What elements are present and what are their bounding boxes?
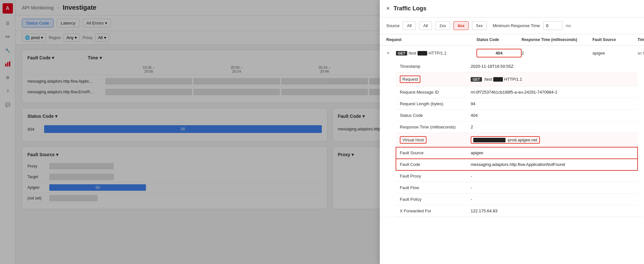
detail-value-fault-proxy: -: [467, 170, 638, 182]
traffic-logs-panel: × Traffic Logs Source All All 2xx 4xx 5x…: [380, 0, 644, 264]
detail-row-timestamp: Timestamp 2020-11-18T16:50:55Z: [396, 61, 638, 72]
col-time: Time ▼: [638, 37, 644, 42]
response-time-cell: 2: [522, 51, 592, 56]
fault-source-cell: apigee: [592, 51, 638, 56]
panel-filters: Source All All 2xx 4xx 5xx Minimum Respo…: [380, 17, 644, 34]
source-all-button-2[interactable]: All: [419, 21, 432, 30]
time-cell: an hour ago: [638, 51, 644, 56]
detail-label-x-forwarded: X Forwarded For: [396, 205, 467, 217]
close-button[interactable]: ×: [386, 5, 390, 12]
detail-label-timestamp: Timestamp: [396, 61, 467, 72]
detail-row-request: Request GET /test HTTP/1.1: [396, 72, 638, 86]
detail-label-message-id: Request Message ID: [396, 86, 467, 98]
log-table: Request Status Code Response Time (milli…: [380, 34, 644, 264]
detail-label-fault-source: Fault Source: [396, 147, 467, 159]
method-tag: GET: [396, 51, 407, 56]
ms-label: ms: [566, 24, 571, 28]
source-all-button-1[interactable]: All: [403, 21, 416, 30]
source-5xx-button[interactable]: 5xx: [472, 21, 487, 30]
source-2xx-button[interactable]: 2xx: [435, 21, 450, 30]
request-path: /test: [409, 51, 417, 56]
detail-value-fault-code: messaging.adaptors.http.flow.Application…: [467, 159, 638, 170]
detail-value-fault-policy: -: [467, 194, 638, 205]
expand-icon[interactable]: ▼: [386, 51, 396, 56]
detail-label-fault-flow: Fault Flow: [396, 182, 467, 194]
source-4xx-button[interactable]: 4xx: [453, 21, 469, 30]
source-filter-label: Source: [386, 23, 399, 28]
detail-value-fault-source: apigee: [467, 147, 638, 159]
detail-label-length: Request Length (bytes): [396, 98, 467, 110]
detail-label-fault-policy: Fault Policy: [396, 194, 467, 205]
detail-row-length: Request Length (bytes) 94: [396, 98, 638, 110]
detail-value-status: 404: [467, 110, 638, 121]
status-code-highlighted: 404: [476, 49, 522, 57]
detail-row-fault-flow: Fault Flow -: [396, 182, 638, 194]
request-cell: GET /test HTTP/1.1: [396, 51, 476, 56]
panel-title: Traffic Logs: [394, 5, 427, 12]
panel-header: × Traffic Logs: [380, 0, 644, 17]
detail-label-response-time: Response Time (milliseconds): [396, 121, 467, 133]
detail-value-message-id: rrt-0f725374b1cb188f5-a-eu-24291-7470984…: [467, 86, 638, 98]
detail-row-fault-code: Fault Code messaging.adaptors.http.flow.…: [396, 159, 638, 170]
min-response-label: Minimum Response Time: [493, 23, 540, 28]
detail-label-virtual-host: Virtual Host: [396, 133, 467, 147]
detail-row-fault-source: Fault Source apigee: [396, 147, 638, 159]
detail-row-fault-policy: Fault Policy -: [396, 194, 638, 205]
detail-value-length: 94: [467, 98, 638, 110]
log-table-header: Request Status Code Response Time (milli…: [380, 34, 644, 46]
detail-value-timestamp: 2020-11-18T16:50:55Z: [467, 61, 638, 72]
col-response-time: Response Time (milliseconds): [522, 37, 592, 42]
log-row-detail: Timestamp 2020-11-18T16:50:55Z Request G…: [380, 61, 644, 217]
protocol: HTTP/1.1: [428, 51, 447, 56]
col-status-code: Status Code: [476, 37, 522, 42]
detail-row-response-time: Response Time (milliseconds) 2: [396, 121, 638, 133]
detail-label-status: Status Code: [396, 110, 467, 121]
redacted-segment: [493, 77, 503, 82]
log-row[interactable]: ▼ GET /test HTTP/1.1 404 2 apigee an hou…: [380, 46, 644, 217]
virtual-host-redacted: [473, 138, 505, 142]
col-request: Request: [386, 37, 476, 42]
detail-value-virtual-host: -prod.apigee.net: [467, 133, 638, 147]
request-method-tag: GET: [471, 77, 482, 82]
min-response-input[interactable]: [543, 21, 562, 30]
detail-row-x-forwarded: X Forwarded For 122.175.64.83: [396, 205, 638, 217]
detail-value-request: GET /test HTTP/1.1: [467, 72, 638, 86]
detail-value-fault-flow: -: [467, 182, 638, 194]
detail-value-response-time: 2: [467, 121, 638, 133]
detail-label-request: Request: [396, 72, 467, 86]
detail-row-message-id: Request Message ID rrt-0f725374b1cb188f5…: [396, 86, 638, 98]
redacted-path-segment: [418, 51, 427, 56]
detail-label-fault-proxy: Fault Proxy: [396, 170, 467, 182]
detail-table: Timestamp 2020-11-18T16:50:55Z Request G…: [396, 61, 638, 217]
col-fault-source: Fault Source: [592, 37, 638, 42]
log-row-main: ▼ GET /test HTTP/1.1 404 2 apigee an hou…: [380, 46, 644, 61]
detail-row-status: Status Code 404: [396, 110, 638, 121]
detail-row-fault-proxy: Fault Proxy -: [396, 170, 638, 182]
detail-label-fault-code: Fault Code: [396, 159, 467, 170]
detail-row-virtual-host: Virtual Host -prod.apigee.net: [396, 133, 638, 147]
detail-value-x-forwarded: 122.175.64.83: [467, 205, 638, 217]
